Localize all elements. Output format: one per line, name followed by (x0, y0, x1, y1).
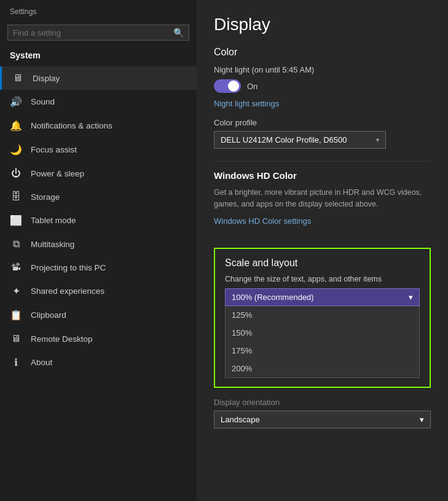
multitasking-icon: ⧉ (10, 239, 22, 250)
main-content: Display Color Night light (on until 5:45… (197, 0, 448, 501)
hd-settings-link[interactable]: Windows HD Color settings (214, 216, 311, 226)
scale-option-125[interactable]: 125% (226, 306, 419, 324)
sidebar-item-multitasking[interactable]: ⧉ Multitasking (0, 232, 197, 256)
notifications-icon: 🔔 (10, 120, 22, 132)
sidebar-item-label: Focus assist (31, 145, 77, 154)
color-profile-dropdown[interactable]: DELL U2412M Color Profile, D6500 ▾ (214, 131, 386, 149)
scale-options-list: 125% 150% 175% 200% (225, 306, 420, 378)
sidebar-item-label: Shared experiences (31, 286, 104, 296)
sidebar-item-clipboard[interactable]: 📋 Clipboard (0, 303, 197, 327)
remote-icon: 🖥 (10, 333, 22, 344)
color-section-title: Color (214, 47, 431, 58)
sidebar-item-label: About (31, 358, 52, 367)
color-profile-value: DELL U2412M Color Profile, D6500 (221, 135, 347, 144)
page-title: Display (214, 15, 431, 34)
orientation-label: Display orientation (214, 398, 431, 407)
sidebar-item-label: Notifications & actions (31, 121, 112, 130)
search-icon: 🔍 (173, 28, 184, 37)
night-light-toggle[interactable] (214, 79, 241, 93)
sidebar-item-remote[interactable]: 🖥 Remote Desktop (0, 327, 197, 350)
night-light-label: Night light (on until 5:45 AM) (214, 65, 431, 74)
color-profile-label: Color profile (214, 118, 431, 127)
sidebar-item-focus[interactable]: 🌙 Focus assist (0, 138, 197, 162)
sidebar-item-label: Multitasking (31, 240, 74, 249)
sidebar-item-storage[interactable]: 🗄 Storage (0, 185, 197, 208)
sidebar-item-label: Clipboard (31, 310, 66, 320)
display-icon: 🖥 (12, 73, 24, 84)
sidebar-item-tablet[interactable]: ⬜ Tablet mode (0, 208, 197, 232)
hd-color-section: Windows HD Color Get a brighter, more vi… (214, 170, 431, 235)
sidebar-item-label: Sound (31, 97, 55, 106)
focus-icon: 🌙 (10, 144, 22, 156)
sidebar-item-label: Projecting to this PC (31, 263, 106, 272)
orientation-chevron-icon: ▾ (420, 415, 424, 424)
search-bar[interactable]: 🔍 (7, 25, 189, 41)
scale-selected-value: 100% (Recommended) (232, 293, 314, 302)
hd-description: Get a brighter, more vibrant picture in … (214, 187, 431, 210)
sidebar-item-label: Display (33, 74, 60, 83)
sidebar-item-sound[interactable]: 🔊 Sound (0, 90, 197, 114)
divider (214, 161, 431, 162)
sidebar-item-about[interactable]: ℹ About (0, 350, 197, 374)
nav-list: 🖥 Display 🔊 Sound 🔔 Notifications & acti… (0, 66, 197, 374)
hd-color-title: Windows HD Color (214, 170, 431, 181)
chevron-down-icon: ▾ (376, 136, 379, 143)
system-label: System (0, 47, 197, 66)
sidebar-item-label: Remote Desktop (31, 334, 93, 344)
sidebar-item-display[interactable]: 🖥 Display (0, 66, 197, 90)
sidebar-item-label: Storage (31, 192, 60, 202)
sidebar-item-label: Tablet mode (31, 216, 76, 225)
about-icon: ℹ (10, 357, 22, 368)
scale-chevron-icon: ▾ (409, 293, 413, 302)
tablet-icon: ⬜ (10, 215, 22, 226)
search-input[interactable] (13, 28, 173, 37)
scale-layout-title: Scale and layout (225, 258, 420, 269)
power-icon: ⏻ (10, 168, 22, 179)
sidebar: Settings 🔍 System 🖥 Display 🔊 Sound 🔔 No… (0, 0, 197, 501)
sidebar-item-power[interactable]: ⏻ Power & sleep (0, 162, 197, 185)
projecting-icon: 📽 (10, 262, 22, 273)
sidebar-item-shared[interactable]: ✦ Shared experiences (0, 279, 197, 303)
scale-option-175[interactable]: 175% (226, 342, 419, 360)
scale-option-150[interactable]: 150% (226, 324, 419, 342)
scale-dropdown[interactable]: 100% (Recommended) ▾ (225, 288, 420, 306)
orientation-dropdown[interactable]: Landscape ▾ (214, 411, 431, 428)
app-title: Settings (0, 0, 197, 21)
sidebar-item-notifications[interactable]: 🔔 Notifications & actions (0, 114, 197, 138)
night-light-settings-link[interactable]: Night light settings (214, 99, 279, 108)
scale-option-200[interactable]: 200% (226, 360, 419, 377)
toggle-row: On (214, 79, 431, 93)
storage-icon: 🗄 (10, 191, 22, 202)
scale-description: Change the size of text, apps, and other… (225, 275, 420, 283)
shared-icon: ✦ (10, 285, 22, 297)
sound-icon: 🔊 (10, 96, 22, 108)
toggle-state-label: On (247, 82, 257, 91)
clipboard-icon: 📋 (10, 309, 22, 321)
sidebar-item-projecting[interactable]: 📽 Projecting to this PC (0, 256, 197, 279)
scale-layout-box: Scale and layout Change the size of text… (214, 248, 431, 388)
sidebar-item-label: Power & sleep (31, 169, 84, 178)
orientation-selected-value: Landscape (221, 415, 260, 424)
